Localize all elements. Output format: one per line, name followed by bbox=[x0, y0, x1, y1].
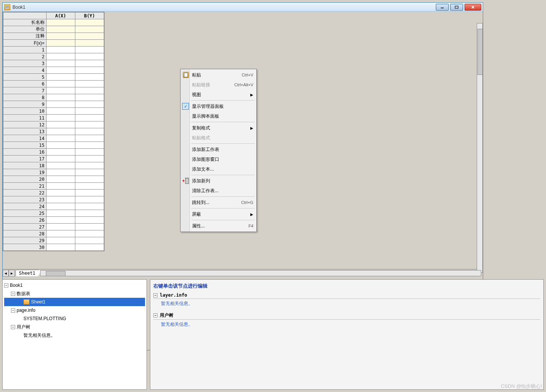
row-header[interactable]: 24 bbox=[3, 203, 47, 210]
data-cell[interactable] bbox=[75, 156, 104, 162]
tree-node[interactable]: 暂无相关信息。 bbox=[4, 331, 145, 339]
meta-cell[interactable] bbox=[75, 33, 104, 40]
data-cell[interactable] bbox=[46, 81, 75, 87]
data-cell[interactable] bbox=[46, 94, 75, 101]
menu-item[interactable]: 清除工作表... bbox=[181, 186, 256, 196]
row-header[interactable]: 29 bbox=[3, 237, 47, 244]
titlebar[interactable]: Book1 bbox=[3, 3, 483, 12]
collapse-icon[interactable]: − bbox=[11, 292, 15, 296]
meta-cell[interactable] bbox=[46, 19, 75, 26]
menu-item[interactable]: 跳转到...Ctrl+G bbox=[181, 198, 256, 207]
tree-node[interactable]: Sheet1 bbox=[4, 298, 145, 306]
row-header[interactable]: 3 bbox=[3, 60, 47, 67]
collapse-icon[interactable]: − bbox=[11, 325, 15, 329]
data-cell[interactable] bbox=[75, 203, 104, 210]
data-cell[interactable] bbox=[75, 176, 104, 183]
data-cell[interactable] bbox=[46, 196, 75, 203]
tree-node[interactable]: −page.info bbox=[4, 306, 145, 314]
menu-item[interactable]: 屏蔽▶ bbox=[181, 209, 256, 219]
row-header[interactable]: 12 bbox=[3, 121, 47, 128]
row-header[interactable]: 19 bbox=[3, 169, 47, 176]
row-header[interactable]: 23 bbox=[3, 196, 47, 203]
menu-item[interactable]: ✓显示管理器面板 bbox=[181, 101, 256, 111]
tree-node[interactable]: −数据表 bbox=[4, 289, 145, 298]
meta-cell[interactable] bbox=[46, 26, 75, 33]
data-cell[interactable] bbox=[75, 162, 104, 169]
data-cell[interactable] bbox=[46, 101, 75, 108]
data-cell[interactable] bbox=[46, 53, 75, 60]
menu-item[interactable]: 添加新列 bbox=[181, 176, 256, 186]
row-header[interactable]: 15 bbox=[3, 142, 47, 149]
horizontal-scrollbar[interactable] bbox=[40, 270, 481, 276]
meta-cell[interactable] bbox=[46, 40, 75, 47]
data-cell[interactable] bbox=[75, 190, 104, 196]
row-header[interactable]: 5 bbox=[3, 74, 47, 81]
data-cell[interactable] bbox=[46, 203, 75, 210]
menu-item[interactable]: 粘贴Ctrl+V bbox=[181, 70, 256, 80]
row-header[interactable]: 10 bbox=[3, 108, 47, 115]
data-cell[interactable] bbox=[75, 47, 104, 53]
data-cell[interactable] bbox=[75, 142, 104, 149]
menu-item[interactable]: 复制格式▶ bbox=[181, 123, 256, 133]
tab-nav-prev[interactable]: ◂ bbox=[3, 270, 9, 277]
data-cell[interactable] bbox=[75, 135, 104, 142]
data-cell[interactable] bbox=[46, 156, 75, 162]
data-cell[interactable] bbox=[46, 162, 75, 169]
menu-item[interactable]: 显示脚本面板 bbox=[181, 111, 256, 121]
collapse-icon[interactable]: − bbox=[153, 313, 158, 317]
tree-node[interactable]: SYSTEM.PLOTTING bbox=[4, 314, 145, 323]
data-cell[interactable] bbox=[75, 81, 104, 87]
row-header[interactable]: 17 bbox=[3, 156, 47, 162]
data-cell[interactable] bbox=[46, 244, 75, 251]
data-cell[interactable] bbox=[46, 60, 75, 67]
data-cell[interactable] bbox=[46, 217, 75, 224]
row-header[interactable]: 4 bbox=[3, 67, 47, 74]
data-cell[interactable] bbox=[46, 190, 75, 196]
data-cell[interactable] bbox=[46, 237, 75, 244]
row-header[interactable]: 30 bbox=[3, 244, 47, 251]
data-cell[interactable] bbox=[75, 60, 104, 67]
row-header[interactable]: 1 bbox=[3, 47, 47, 53]
data-cell[interactable] bbox=[46, 183, 75, 190]
row-header[interactable]: 28 bbox=[3, 230, 47, 237]
data-cell[interactable] bbox=[75, 169, 104, 176]
data-cell[interactable] bbox=[46, 67, 75, 74]
data-cell[interactable] bbox=[75, 196, 104, 203]
meta-cell[interactable] bbox=[75, 40, 104, 47]
data-cell[interactable] bbox=[46, 121, 75, 128]
minimize-button[interactable] bbox=[436, 4, 449, 11]
row-header[interactable]: 6 bbox=[3, 81, 47, 87]
data-cell[interactable] bbox=[46, 230, 75, 237]
data-cell[interactable] bbox=[46, 142, 75, 149]
row-header[interactable]: 9 bbox=[3, 101, 47, 108]
data-cell[interactable] bbox=[75, 230, 104, 237]
menu-item[interactable]: 视图▶ bbox=[181, 90, 256, 100]
data-cell[interactable] bbox=[46, 224, 75, 230]
data-cell[interactable] bbox=[46, 149, 75, 156]
data-cell[interactable] bbox=[75, 74, 104, 81]
row-header[interactable]: 14 bbox=[3, 135, 47, 142]
data-cell[interactable] bbox=[75, 94, 104, 101]
sheet-tab[interactable]: Sheet1 bbox=[16, 270, 39, 276]
data-cell[interactable] bbox=[46, 108, 75, 115]
data-cell[interactable] bbox=[46, 87, 75, 94]
column-header[interactable]: A(X) bbox=[46, 12, 75, 19]
data-cell[interactable] bbox=[75, 217, 104, 224]
data-cell[interactable] bbox=[75, 210, 104, 217]
row-header[interactable]: 8 bbox=[3, 94, 47, 101]
meta-cell[interactable] bbox=[75, 26, 104, 33]
row-header[interactable]: 21 bbox=[3, 183, 47, 190]
info-section-header[interactable]: −用户树 bbox=[153, 312, 540, 320]
meta-cell[interactable] bbox=[75, 19, 104, 26]
close-button[interactable] bbox=[465, 4, 481, 11]
data-cell[interactable] bbox=[75, 87, 104, 94]
menu-item[interactable]: 添加图形窗口 bbox=[181, 154, 256, 164]
collapse-icon[interactable]: − bbox=[11, 308, 15, 313]
tree-node[interactable]: −用户树 bbox=[4, 323, 145, 331]
row-header[interactable]: 2 bbox=[3, 53, 47, 60]
data-cell[interactable] bbox=[75, 183, 104, 190]
row-header[interactable]: 22 bbox=[3, 190, 47, 196]
data-cell[interactable] bbox=[46, 115, 75, 121]
vertical-scrollbar[interactable] bbox=[477, 23, 483, 273]
data-cell[interactable] bbox=[46, 47, 75, 53]
